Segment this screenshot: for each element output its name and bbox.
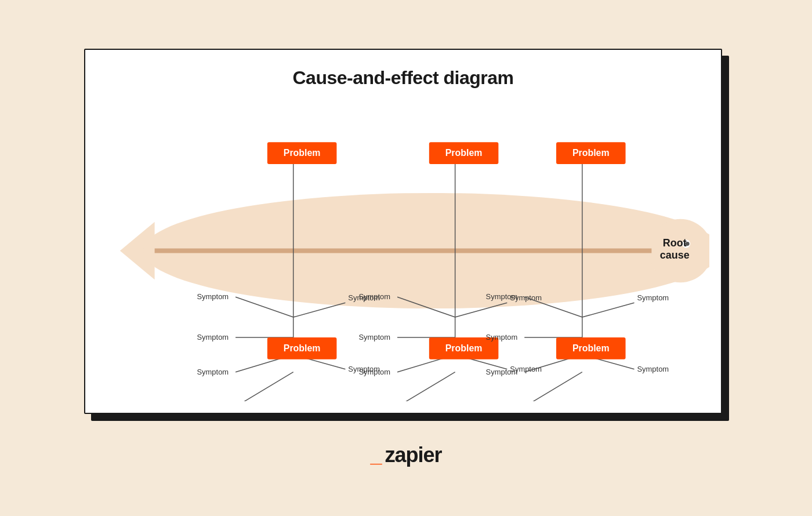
diagram-card-container: Cause-and-effect diagram xyxy=(84,49,728,426)
s2-t1-label: Symptom xyxy=(358,292,390,301)
s1-t2-label: Symptom xyxy=(197,333,229,341)
fishbone-diagram: Symptom Symptom Symptom Symptom Symptom … xyxy=(97,100,709,401)
zapier-wordmark: zapier xyxy=(385,443,441,467)
problem-label-2-bottom: Problem xyxy=(445,343,483,353)
problem-label-2-top: Problem xyxy=(445,148,483,158)
problem-label-1-top: Problem xyxy=(284,148,321,158)
s1-t1-label: Symptom xyxy=(197,292,229,301)
s1-t4-line xyxy=(235,372,293,401)
s1-t3-label: Symptom xyxy=(197,368,229,376)
s3-t4-line xyxy=(524,372,582,401)
s3-sub2-label: Symptom xyxy=(637,365,669,373)
root-cause-label-line1: Root xyxy=(663,237,687,249)
diagram-card: Cause-and-effect diagram xyxy=(84,49,722,414)
problem-label-3-top: Problem xyxy=(572,148,610,158)
s3-t3-label: Symptom xyxy=(486,368,518,376)
fishbone-svg: Symptom Symptom Symptom Symptom Symptom … xyxy=(97,100,709,401)
problem-label-3-bottom: Problem xyxy=(572,343,610,353)
root-cause-label-line2: cause xyxy=(660,249,690,261)
s2-t3-label: Symptom xyxy=(358,368,390,376)
s1-sub1-line xyxy=(293,303,346,317)
zapier-underscore: _ xyxy=(370,443,381,467)
s2-t4-line xyxy=(397,372,455,401)
diagram-title: Cause-and-effect diagram xyxy=(293,67,514,89)
s3-t1-label: Symptom xyxy=(486,292,518,301)
s2-t2-label: Symptom xyxy=(358,333,390,341)
s3-sub1-line xyxy=(582,303,635,317)
s3-t2-label: Symptom xyxy=(486,333,518,341)
zapier-logo: _ zapier xyxy=(370,443,441,467)
problem-label-1-bottom: Problem xyxy=(284,343,321,353)
s3-sub1-label: Symptom xyxy=(637,293,669,302)
